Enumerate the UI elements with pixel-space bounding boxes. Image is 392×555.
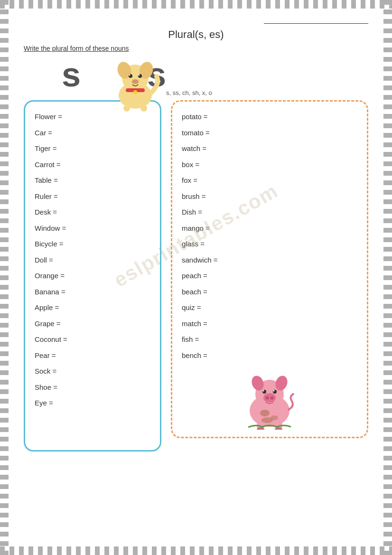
page-content: Plural(s, es) Write the plural form of t… bbox=[14, 9, 378, 461]
svg-point-22 bbox=[266, 396, 269, 400]
instruction-text: Write the plural form of these nouns bbox=[24, 45, 368, 52]
pig-svg bbox=[239, 368, 300, 430]
s-box: Flower =Car =Tiger =Carrot =Table =Ruler… bbox=[24, 100, 161, 452]
headers-row: s bbox=[24, 60, 368, 100]
svg-point-8 bbox=[133, 90, 137, 94]
list-item: fox = bbox=[182, 172, 357, 188]
svg-rect-9 bbox=[123, 105, 130, 112]
dog-svg bbox=[109, 55, 161, 112]
list-item: watch = bbox=[182, 141, 357, 157]
svg-point-19 bbox=[263, 390, 264, 392]
list-item: mango = bbox=[182, 220, 357, 236]
list-item: box = bbox=[182, 157, 357, 173]
list-item: Sock = bbox=[35, 363, 150, 379]
svg-point-6 bbox=[132, 79, 139, 84]
list-item: match = bbox=[182, 316, 357, 332]
es-words-list: potato =tomato =watch =box =fox = brush … bbox=[182, 109, 357, 363]
list-item: Desk = bbox=[35, 204, 150, 220]
svg-point-23 bbox=[271, 396, 274, 400]
list-item: Shoe = bbox=[35, 379, 150, 395]
s-header: s bbox=[24, 55, 119, 94]
s-words-list: Flower =Car =Tiger =Carrot =Table =Ruler… bbox=[35, 109, 150, 411]
svg-point-20 bbox=[273, 390, 275, 392]
list-item: glass = bbox=[182, 236, 357, 252]
list-item: Car = bbox=[35, 125, 150, 141]
list-item: Doll = bbox=[35, 252, 150, 268]
list-item: tomato = bbox=[182, 125, 357, 141]
svg-point-21 bbox=[263, 393, 276, 403]
list-item: quiz = bbox=[182, 300, 357, 316]
list-item: Banana = bbox=[35, 284, 150, 300]
svg-point-12 bbox=[139, 75, 140, 76]
page: Plural(s, es) Write the plural form of t… bbox=[0, 0, 392, 555]
name-line bbox=[264, 14, 368, 24]
list-item: fish = bbox=[182, 331, 357, 348]
list-item: peach = bbox=[182, 268, 357, 284]
list-item: Table = bbox=[35, 172, 150, 188]
list-item: Ruler = bbox=[35, 188, 150, 205]
list-item: Pear = bbox=[35, 348, 150, 364]
svg-point-28 bbox=[260, 410, 270, 416]
list-item: beach = bbox=[182, 284, 357, 300]
list-item: Bicycle = bbox=[35, 236, 150, 252]
list-item: Tiger = bbox=[35, 141, 150, 157]
pig-illustration bbox=[182, 368, 357, 430]
list-item: brush = bbox=[182, 188, 357, 205]
list-item: potato = bbox=[182, 109, 357, 125]
boxes-row: Flower =Car =Tiger =Carrot =Table =Ruler… bbox=[24, 100, 368, 452]
list-item: Orange = bbox=[35, 268, 150, 284]
dog-illustration bbox=[109, 55, 161, 114]
list-item: Coconut = bbox=[35, 331, 150, 348]
list-item: bench = bbox=[182, 348, 357, 364]
list-item: Grape = bbox=[35, 316, 150, 332]
svg-rect-10 bbox=[140, 105, 147, 112]
list-item: Window = bbox=[35, 220, 150, 236]
es-box: potato =tomato =watch =box =fox = brush … bbox=[171, 100, 368, 438]
list-item: Carrot = bbox=[35, 157, 150, 173]
list-item: sandwich = bbox=[182, 252, 357, 268]
page-title: Plural(s, es) bbox=[24, 28, 368, 41]
svg-point-11 bbox=[129, 75, 131, 76]
svg-point-30 bbox=[261, 417, 273, 423]
list-item: Apple = bbox=[35, 300, 150, 316]
list-item: Dish = bbox=[182, 204, 357, 220]
list-item: Eye = bbox=[35, 395, 150, 411]
